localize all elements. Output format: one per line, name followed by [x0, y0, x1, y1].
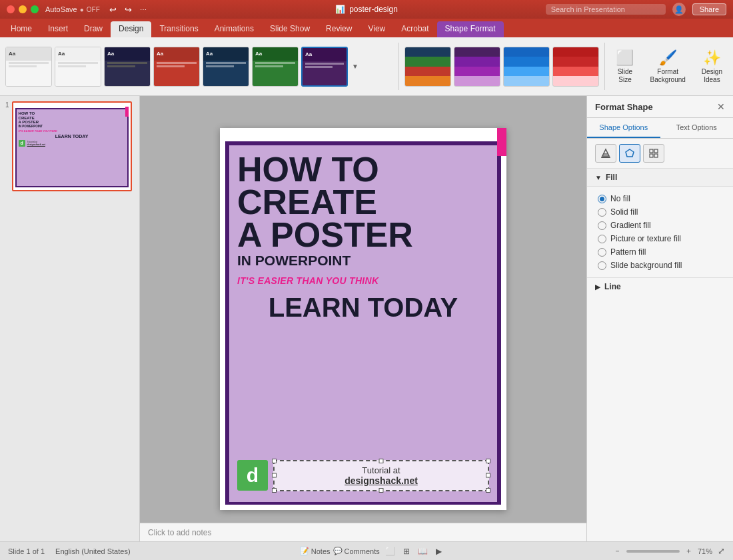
click-to-add-notes-label: Click to add notes: [148, 528, 211, 537]
format-bg-label: FormatBackground: [650, 68, 685, 84]
theme-thumb-3[interactable]: Aa: [104, 47, 151, 87]
solid-fill-radio[interactable]: [598, 208, 606, 217]
slide-info: Slide 1 of 1: [8, 547, 45, 555]
click-to-add-notes[interactable]: Click to add notes: [140, 523, 586, 541]
svg-marker-2: [626, 149, 634, 157]
gradient-fill-radio[interactable]: [598, 221, 606, 230]
share-button[interactable]: Share: [692, 3, 726, 15]
pattern-fill-radio[interactable]: [598, 248, 606, 257]
picture-fill-option[interactable]: Picture or texture fill: [598, 232, 722, 245]
format-background-button[interactable]: 🖌️ FormatBackground: [644, 47, 690, 87]
tutorial-line1: Tutorial at: [283, 465, 480, 475]
theme-thumb-1[interactable]: Aa: [5, 47, 52, 87]
theme-thumb-4[interactable]: Aa: [153, 47, 200, 87]
picture-fill-radio[interactable]: [598, 235, 606, 243]
pattern-fill-option[interactable]: Pattern fill: [598, 245, 722, 259]
slide-canvas[interactable]: HOW TO CREATE A POSTER IN POWERPOINT IT'…: [220, 128, 506, 510]
tab-slideshow[interactable]: Slide Show: [262, 21, 318, 37]
poster-footer: d Tutorial at designshack.: [237, 460, 489, 491]
no-fill-radio[interactable]: [598, 195, 606, 203]
no-fill-label: No fill: [610, 194, 630, 203]
solid-fill-label: Solid fill: [610, 207, 638, 217]
solid-fill-option[interactable]: Solid fill: [598, 205, 722, 219]
slide-bg-fill-option[interactable]: Slide background fill: [598, 259, 722, 272]
color-scheme-4[interactable]: [552, 47, 599, 87]
account-icon[interactable]: 👤: [672, 3, 686, 16]
tab-home[interactable]: Home: [3, 21, 40, 37]
tab-transitions[interactable]: Transitions: [151, 21, 206, 37]
slide-bg-fill-radio[interactable]: [598, 261, 606, 270]
tab-shape-options[interactable]: Shape Options: [587, 118, 660, 138]
shape-fill-icon-button[interactable]: [619, 144, 640, 163]
themes-scroll-arrow[interactable]: ▼: [351, 61, 360, 71]
line-section-header[interactable]: ▶ Line: [587, 277, 733, 295]
zoom-in-button[interactable]: ＋: [685, 546, 692, 556]
ribbon-actions: ⬜ SlideSize 🖌️ FormatBackground ✨ Design…: [610, 40, 728, 93]
design-ideas-button[interactable]: ✨ DesignIdeas: [696, 47, 728, 87]
picture-fill-label: Picture or texture fill: [610, 234, 681, 243]
titlebar-right: 👤 Share: [546, 3, 726, 16]
slideshow-view-button[interactable]: ▶: [433, 545, 444, 557]
tab-shapeformat[interactable]: Shape Format: [437, 21, 504, 37]
slide-size-label: SlideSize: [618, 68, 632, 84]
statusbar-center: 📝 Notes 💬 Comments ⬜ ⊞ 📖 ▶: [300, 545, 444, 557]
app-title-area: 📊 poster-design: [335, 5, 398, 14]
fill-section-header[interactable]: ▼ Fill: [587, 169, 733, 187]
slide-size-button[interactable]: ⬜ SlideSize: [610, 47, 639, 87]
fit-to-window-button[interactable]: ⤢: [718, 546, 725, 556]
no-fill-option[interactable]: No fill: [598, 192, 722, 205]
tab-acrobat[interactable]: Acrobat: [393, 21, 436, 37]
undo-redo-group: ↩ ↪ ⋯: [107, 3, 149, 16]
tutorial-text-box[interactable]: Tutorial at designshack.net: [273, 460, 489, 491]
reading-view-button[interactable]: 📖: [415, 545, 430, 557]
svg-rect-1: [601, 157, 610, 158]
gradient-fill-option[interactable]: Gradient fill: [598, 219, 722, 232]
zoom-slider[interactable]: [626, 550, 680, 553]
poster-learn: LEARN TODAY: [237, 293, 489, 323]
fill-effects-icon-button[interactable]: [595, 144, 616, 163]
notes-button[interactable]: 📝 Notes: [300, 547, 331, 555]
fill-section: ▼ Fill No fill Solid fill Gradient fill: [587, 169, 733, 277]
pentagon-icon: [624, 148, 635, 159]
color-scheme-1[interactable]: [404, 47, 451, 87]
search-input[interactable]: [546, 4, 666, 15]
undo-button[interactable]: ↩: [107, 3, 119, 16]
format-shape-panel: Format Shape ✕ Shape Options Text Option…: [586, 96, 733, 541]
tab-view[interactable]: View: [360, 21, 393, 37]
tab-design[interactable]: Design: [111, 21, 151, 37]
theme-thumb-6[interactable]: Aa: [252, 47, 299, 87]
close-window-button[interactable]: [7, 5, 15, 13]
more-actions-button[interactable]: ⋯: [137, 3, 149, 16]
tab-text-options[interactable]: Text Options: [660, 118, 734, 138]
tab-animations[interactable]: Animations: [207, 21, 262, 37]
theme-thumb-selected[interactable]: Aa: [301, 47, 348, 87]
slide-panel: 1 HOW TOCREATEA POSTER IN POWERPOINT IT'…: [0, 96, 140, 541]
canvas-area: HOW TO CREATE A POSTER IN POWERPOINT IT'…: [140, 96, 586, 541]
size-position-icon-button[interactable]: [643, 144, 664, 163]
poster-headline3: A POSTER: [237, 219, 489, 251]
zoom-out-button[interactable]: －: [614, 546, 621, 556]
theme-thumb-5[interactable]: Aa: [203, 47, 249, 87]
poster-content-bg: HOW TO CREATE A POSTER IN POWERPOINT IT'…: [229, 145, 497, 502]
panel-close-button[interactable]: ✕: [717, 101, 725, 112]
slide-sorter-button[interactable]: ⊞: [400, 545, 412, 557]
minimize-window-button[interactable]: [19, 5, 27, 13]
bucket-icon: [600, 148, 611, 159]
color-scheme-2[interactable]: [454, 47, 500, 87]
poster-text-area: HOW TO CREATE A POSTER IN POWERPOINT IT'…: [229, 145, 497, 323]
fullscreen-window-button[interactable]: [31, 5, 39, 13]
comments-button[interactable]: 💬 Comments: [333, 547, 380, 555]
tab-insert[interactable]: Insert: [40, 21, 76, 37]
theme-thumb-2[interactable]: Aa: [55, 47, 101, 87]
fill-section-title: Fill: [606, 173, 617, 182]
slide-thumbnail-1[interactable]: HOW TOCREATEA POSTER IN POWERPOINT IT'S …: [12, 101, 132, 191]
tab-review[interactable]: Review: [318, 21, 360, 37]
tutorial-line2: designshack.net: [283, 475, 480, 486]
redo-button[interactable]: ↪: [122, 3, 135, 16]
color-scheme-3[interactable]: [503, 47, 550, 87]
tab-draw[interactable]: Draw: [76, 21, 111, 37]
normal-view-button[interactable]: ⬜: [382, 545, 398, 557]
poster-accent-rect: [497, 128, 506, 156]
slide-size-icon: ⬜: [616, 49, 634, 67]
poster-logo-box: d: [237, 460, 268, 491]
